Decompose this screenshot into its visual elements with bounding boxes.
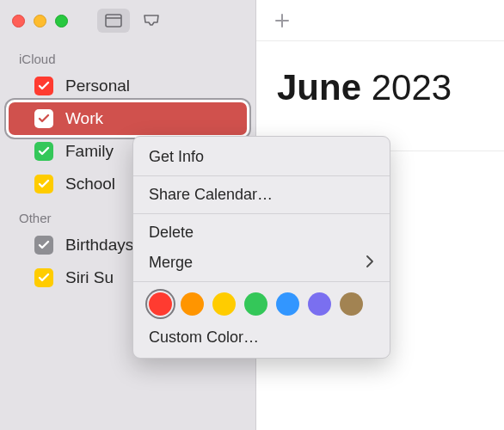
color-swatch-yellow[interactable] xyxy=(212,292,236,316)
sidebar-item-label: Family xyxy=(65,142,114,161)
checkbox-icon[interactable] xyxy=(34,109,53,128)
divider xyxy=(133,213,390,214)
menu-item-delete[interactable]: Delete xyxy=(133,218,390,248)
color-swatch-red[interactable] xyxy=(149,292,172,316)
calendars-toggle-icon[interactable] xyxy=(97,9,130,33)
window-controls xyxy=(12,15,68,28)
checkbox-icon[interactable] xyxy=(34,77,53,95)
menu-item-custom-color[interactable]: Custom Color… xyxy=(133,322,390,353)
add-event-button[interactable] xyxy=(270,9,294,33)
titlebar xyxy=(0,0,255,41)
menu-item-merge[interactable]: Merge xyxy=(133,248,390,278)
minimize-icon[interactable] xyxy=(34,15,46,28)
context-menu: Get Info Share Calendar… Delete Merge Cu… xyxy=(132,136,390,359)
month-name: June xyxy=(277,67,361,108)
menu-item-share[interactable]: Share Calendar… xyxy=(133,180,390,210)
sidebar-item-label: Personal xyxy=(65,77,130,95)
close-icon[interactable] xyxy=(12,15,25,28)
checkbox-icon[interactable] xyxy=(34,268,53,287)
sidebar-item-label: Birthdays xyxy=(65,236,133,255)
inbox-icon[interactable] xyxy=(135,9,168,33)
divider xyxy=(133,281,390,282)
section-header-icloud: iCloud xyxy=(0,41,255,70)
year: 2023 xyxy=(372,67,452,108)
color-swatch-blue[interactable] xyxy=(276,292,299,316)
page-title: June 2023 xyxy=(256,41,504,108)
checkbox-icon[interactable] xyxy=(34,142,53,161)
checkbox-icon[interactable] xyxy=(34,175,53,194)
menu-item-get-info[interactable]: Get Info xyxy=(133,142,390,172)
chevron-right-icon xyxy=(366,254,374,272)
divider xyxy=(133,175,390,176)
color-swatch-purple[interactable] xyxy=(308,292,331,316)
sidebar-item-work[interactable]: Work xyxy=(9,102,247,135)
color-swatch-orange[interactable] xyxy=(181,292,204,316)
color-swatch-brown[interactable] xyxy=(340,292,363,316)
fullscreen-icon[interactable] xyxy=(55,15,68,28)
sidebar-item-label: Siri Su xyxy=(65,268,114,287)
checkbox-icon[interactable] xyxy=(34,236,53,255)
sidebar-item-label: School xyxy=(65,175,115,194)
svg-rect-0 xyxy=(106,15,121,27)
color-swatches xyxy=(133,286,390,322)
sidebar-item-label: Work xyxy=(65,109,103,128)
sidebar-item-personal[interactable]: Personal xyxy=(0,70,255,102)
color-swatch-green[interactable] xyxy=(244,292,267,316)
